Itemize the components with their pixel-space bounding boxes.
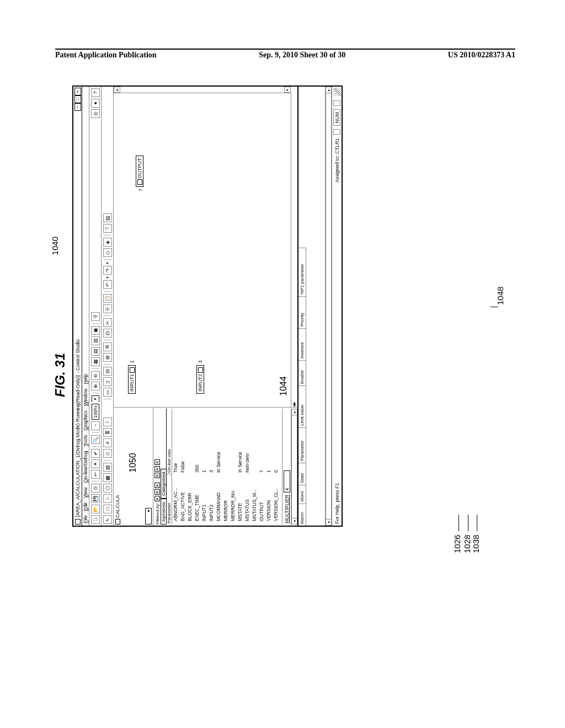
save-icon[interactable]: 💾 bbox=[91, 494, 100, 503]
canvas-scroll-v[interactable]: ▴ ▾ bbox=[114, 87, 291, 93]
param-row[interactable]: ABNORM_AC...True bbox=[172, 409, 179, 524]
block-output[interactable]: 7 OUTPUT bbox=[136, 156, 143, 192]
t2-d-icon[interactable]: ⊞ bbox=[103, 353, 112, 362]
alarms-scroll-h[interactable]: ◂ ▸ bbox=[325, 87, 332, 526]
new-icon[interactable]: □ bbox=[91, 515, 100, 524]
filter-chk-2[interactable]: ✕ bbox=[154, 489, 160, 495]
scroll-down-icon[interactable]: ▾ bbox=[284, 87, 291, 93]
diagram-canvas[interactable]: INPUT1 1 INPUT2 3 7 OUTPUT 1044 ▴ ▾ bbox=[114, 87, 297, 407]
zoom-dropdown-icon[interactable]: ▼ bbox=[92, 395, 99, 402]
alarm-col-enable[interactable]: Enable bbox=[299, 360, 306, 386]
pin-icon[interactable]: ⚲ bbox=[91, 312, 100, 321]
circle-icon[interactable]: ○ bbox=[103, 494, 112, 503]
paste-icon[interactable]: 📋 bbox=[103, 294, 112, 303]
diamond-icon[interactable]: ◇ bbox=[103, 449, 112, 458]
find-icon[interactable]: 🔍 bbox=[91, 435, 100, 444]
back-icon[interactable]: ↩ bbox=[91, 470, 100, 479]
group-icon[interactable]: ⧉ bbox=[103, 342, 112, 351]
scroll-right-icon[interactable]: ▸ bbox=[291, 409, 297, 415]
menu-online-debug[interactable]: On-line/Debug bbox=[83, 451, 88, 483]
param-row[interactable]: OUTPUT7 bbox=[258, 409, 265, 524]
pointer-icon[interactable]: ↖ bbox=[103, 515, 112, 524]
menu-graphics[interactable]: Graphics bbox=[83, 410, 88, 430]
scroll-left-icon[interactable]: ◂ bbox=[291, 404, 297, 407]
param-row[interactable]: BLOCK_ERR bbox=[186, 409, 194, 524]
resize-grip-icon[interactable] bbox=[333, 88, 341, 96]
alarm-col-alarm[interactable]: Alarm bbox=[299, 504, 306, 526]
img2-icon[interactable]: ▨ bbox=[103, 463, 112, 472]
rect-icon[interactable]: □ bbox=[103, 505, 112, 513]
alarm-col-word[interactable]: Word bbox=[299, 485, 306, 504]
zoom-value[interactable]: 100% bbox=[92, 404, 99, 420]
img1-icon[interactable]: ▩ bbox=[103, 473, 112, 482]
minimize-button[interactable]: − bbox=[74, 103, 81, 111]
alarm-col-inverted[interactable]: Inverted bbox=[299, 328, 306, 360]
close-button[interactable]: × bbox=[74, 88, 81, 95]
alarm-col-limit-value[interactable]: Limit value bbox=[299, 386, 306, 427]
param-list[interactable]: ABNORM_AC...TrueBAD_ACTIVEFalseBLOCK_ERR… bbox=[172, 409, 282, 524]
filter-chk-1[interactable]: ✕ bbox=[154, 496, 160, 501]
scroll-left-icon[interactable]: ◂ bbox=[291, 518, 297, 524]
align1-icon[interactable]: ≡ bbox=[103, 438, 112, 447]
menu-edit[interactable]: Edit bbox=[83, 502, 88, 511]
param-row[interactable]: VERSION_CL...0 bbox=[273, 409, 280, 524]
menu-help[interactable]: Help bbox=[83, 374, 88, 384]
alarm-col-priority[interactable]: Priority bbox=[299, 296, 306, 328]
param-row[interactable]: INPUT23 bbox=[208, 409, 215, 524]
menu-file[interactable]: File bbox=[83, 515, 88, 523]
zoom-out-icon[interactable]: ⊖ bbox=[91, 371, 100, 380]
chart-icon[interactable]: ▤ bbox=[103, 213, 112, 222]
link2-icon[interactable]: ◈ bbox=[103, 238, 112, 247]
tree-icon[interactable]: ⊤ bbox=[103, 224, 112, 233]
scroll-up-icon[interactable]: ▴ bbox=[114, 87, 120, 93]
arrow-right-icon[interactable]: → bbox=[91, 421, 100, 430]
check-icon[interactable]: ✔ bbox=[91, 449, 100, 458]
poly-icon[interactable]: ⬠ bbox=[103, 484, 112, 493]
t2-b-icon[interactable]: ▯ bbox=[103, 377, 112, 386]
filter-chk-5[interactable]: ✕ bbox=[154, 466, 160, 472]
layout4-icon[interactable]: ▣ bbox=[91, 326, 100, 335]
scroll-right-icon[interactable]: ▸ bbox=[326, 87, 332, 93]
alarm-col-parameter[interactable]: Parameter bbox=[299, 427, 306, 463]
align3-icon[interactable]: ⦀ bbox=[103, 417, 112, 426]
link-icon[interactable]: ◇ bbox=[103, 248, 112, 257]
param-row[interactable]: VERSION1 bbox=[265, 409, 273, 524]
cut-icon[interactable]: ✂ bbox=[103, 318, 112, 327]
help-icon[interactable]: ? bbox=[91, 88, 100, 97]
param-row[interactable]: MSTATUS_M... bbox=[251, 409, 258, 524]
scroll-track[interactable] bbox=[326, 93, 332, 519]
scroll-track[interactable] bbox=[291, 415, 297, 518]
globe-icon[interactable]: ● bbox=[91, 99, 100, 108]
param-row[interactable]: MCOMMANDIn Service bbox=[215, 409, 222, 524]
alarm-col--p1-parameter[interactable]: %P1 parameter bbox=[299, 248, 306, 296]
zoom-in-icon[interactable]: ⊕ bbox=[91, 382, 100, 390]
maximize-button[interactable]: □ bbox=[74, 95, 81, 103]
undo-icon[interactable]: ↶ bbox=[103, 280, 112, 289]
filter-chk-3[interactable]: ✕ bbox=[154, 483, 160, 488]
copy-icon[interactable]: ⎘ bbox=[103, 304, 112, 313]
t2-a-icon[interactable]: ▭ bbox=[103, 388, 112, 397]
tab-alphabetic[interactable]: Alphabetic bbox=[161, 499, 166, 524]
print-icon[interactable]: ⎙ bbox=[91, 484, 100, 493]
param-row[interactable]: MSTATEIn Service bbox=[237, 409, 244, 524]
alarms-body[interactable] bbox=[306, 87, 325, 526]
hierarchy-item[interactable]: CALCULA bbox=[115, 409, 120, 524]
t2-c-icon[interactable]: ⊟ bbox=[103, 367, 112, 376]
param-row[interactable]: MERROR bbox=[222, 409, 230, 524]
redo-icon[interactable]: ↷ bbox=[103, 266, 112, 275]
block-input1[interactable]: INPUT1 1 bbox=[128, 360, 136, 394]
layout2-icon[interactable]: ▤ bbox=[91, 347, 100, 356]
tab-categorized[interactable]: Categorized bbox=[161, 469, 166, 499]
scroll-left-icon[interactable]: ◂ bbox=[326, 519, 332, 526]
filter-chk-4[interactable]: ✕ bbox=[154, 473, 160, 478]
param-row[interactable]: INPUT11 bbox=[201, 409, 208, 524]
canvas-scroll-h[interactable]: ◂ ▸ bbox=[291, 93, 297, 407]
param-row[interactable]: MERROR_MA bbox=[230, 409, 237, 524]
hierarchy-dropdown[interactable]: ▼ bbox=[145, 508, 152, 524]
filter-chk-6[interactable]: ✕ bbox=[154, 459, 160, 465]
multiplier-value[interactable]: 4 bbox=[284, 470, 290, 493]
target-icon[interactable]: ◎ bbox=[91, 109, 100, 118]
param-row[interactable]: BAD_ACTIVEFalse bbox=[179, 409, 186, 524]
param-row[interactable]: MSTATUSNon-zero bbox=[244, 409, 251, 524]
layout1-icon[interactable]: ▦ bbox=[91, 357, 100, 366]
